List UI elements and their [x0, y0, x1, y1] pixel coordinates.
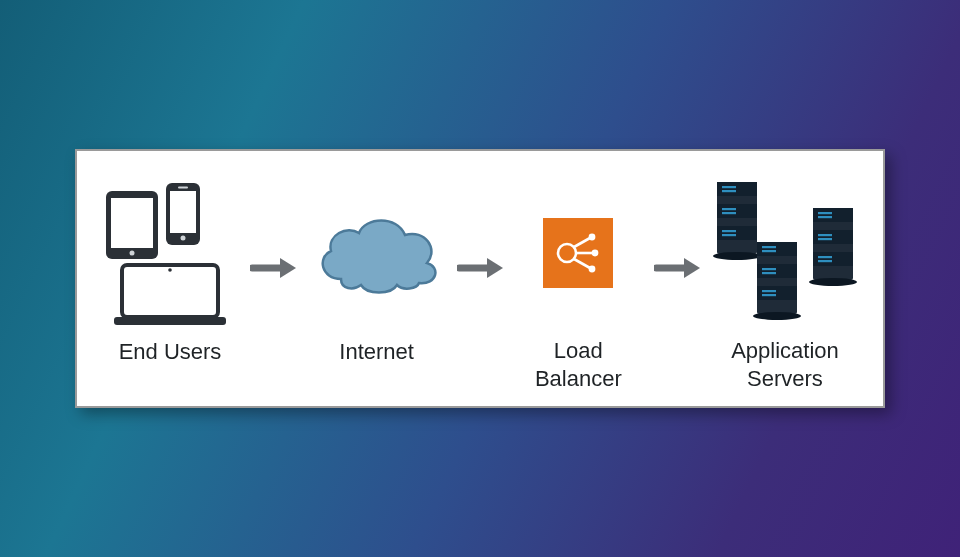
cloud-icon — [307, 174, 447, 334]
svg-rect-1 — [111, 198, 153, 248]
svg-rect-9 — [114, 317, 226, 325]
svg-point-18 — [589, 234, 596, 241]
svg-line-15 — [574, 238, 590, 247]
stage-label-load-balancer: Load Balancer — [508, 337, 648, 392]
svg-line-17 — [574, 259, 590, 268]
svg-point-8 — [168, 268, 172, 272]
svg-point-19 — [592, 250, 599, 257]
svg-marker-11 — [280, 258, 296, 278]
gradient-background: End Users Internet — [0, 0, 960, 557]
arrow-right-icon — [456, 188, 504, 348]
svg-rect-4 — [170, 191, 196, 233]
stage-label-end-users: End Users — [119, 338, 222, 392]
svg-marker-13 — [487, 258, 503, 278]
svg-point-20 — [589, 266, 596, 273]
diagram-panel: End Users Internet — [75, 149, 885, 408]
svg-point-2 — [130, 250, 135, 255]
svg-marker-22 — [684, 258, 700, 278]
stage-end-users: End Users — [95, 174, 245, 392]
arrow-right-icon — [653, 188, 701, 348]
stage-label-app-servers: ApplicationServers — [731, 337, 839, 392]
load-balancer-icon — [543, 173, 613, 333]
arrow-right-icon — [249, 188, 297, 348]
svg-point-5 — [181, 235, 186, 240]
stage-label-internet: Internet — [339, 338, 414, 392]
stage-internet: Internet — [302, 174, 452, 392]
svg-rect-6 — [178, 186, 188, 188]
servers-icon — [705, 173, 865, 333]
svg-point-14 — [558, 244, 576, 262]
stage-load-balancer: Load Balancer — [508, 173, 648, 392]
devices-icon — [100, 174, 240, 334]
diagram-row: End Users Internet — [95, 173, 865, 392]
svg-rect-7 — [122, 265, 218, 317]
stage-app-servers: ApplicationServers — [705, 173, 865, 392]
